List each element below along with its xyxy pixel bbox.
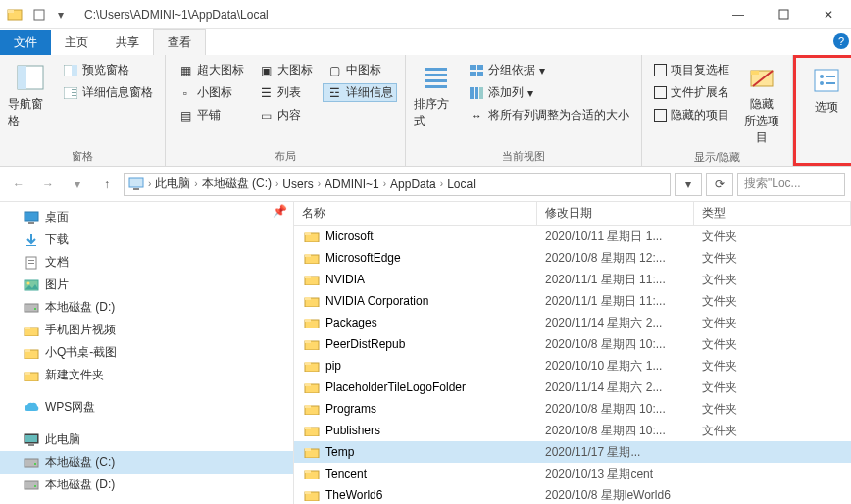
sidebar-item[interactable]: 新建文件夹 bbox=[0, 364, 293, 386]
col-type[interactable]: 类型 bbox=[694, 202, 851, 225]
col-name[interactable]: 名称 bbox=[294, 202, 537, 225]
sidebar-item[interactable]: 桌面 bbox=[0, 206, 293, 228]
maximize-button[interactable] bbox=[761, 0, 806, 29]
file-type: 文件夹 bbox=[694, 228, 851, 245]
sidebar-item[interactable]: 此电脑 bbox=[0, 428, 293, 451]
sidebar-item[interactable]: 小Q书桌-截图 bbox=[0, 341, 293, 364]
qat-properties-icon[interactable] bbox=[29, 5, 49, 25]
file-row[interactable]: pip2020/10/10 星期六 1...文件夹 bbox=[294, 355, 851, 377]
group-label-show-hide: 显示/隐藏 bbox=[650, 146, 784, 165]
sidebar-item-label: 手机图片视频 bbox=[45, 322, 116, 338]
sidebar-item[interactable]: 下载 bbox=[0, 228, 293, 251]
file-row[interactable]: Publishers2020/10/8 星期四 10:...文件夹 bbox=[294, 420, 851, 441]
file-name: Temp bbox=[325, 445, 354, 459]
size-columns-button[interactable]: ↔将所有列调整为合适的大小 bbox=[465, 106, 633, 125]
layout-list[interactable]: ☰列表 bbox=[254, 83, 317, 102]
preview-pane-button[interactable]: 预览窗格 bbox=[59, 61, 157, 79]
back-button[interactable]: ← bbox=[6, 172, 31, 197]
svg-rect-42 bbox=[34, 308, 36, 310]
file-row[interactable]: NVIDIA Corporation2020/11/1 星期日 11:...文件… bbox=[294, 290, 851, 312]
layout-large[interactable]: ▣大图标 bbox=[254, 61, 317, 79]
breadcrumb[interactable]: › 此电脑› 本地磁盘 (C:)› Users› ADMINI~1› AppDa… bbox=[124, 173, 671, 196]
sidebar-item[interactable]: 本地磁盘 (D:) bbox=[0, 296, 293, 319]
sort-button[interactable]: 排序方式 bbox=[414, 59, 459, 145]
chevron-right-icon[interactable]: › bbox=[146, 178, 153, 189]
layout-extra-large[interactable]: ▦超大图标 bbox=[174, 61, 248, 79]
layout-details[interactable]: ☲详细信息 bbox=[323, 83, 397, 102]
chevron-right-icon[interactable]: › bbox=[274, 178, 280, 189]
sidebar-item[interactable]: 手机图片视频 bbox=[0, 319, 293, 341]
svg-rect-48 bbox=[25, 372, 30, 375]
recent-dropdown[interactable]: ▾ bbox=[65, 172, 90, 197]
file-row[interactable]: Programs2020/10/8 星期四 10:...文件夹 bbox=[294, 398, 851, 420]
file-row[interactable]: Temp2020/11/17 星期... bbox=[294, 441, 851, 463]
file-row[interactable]: Packages2020/11/14 星期六 2...文件夹 bbox=[294, 312, 851, 333]
folder-icon bbox=[304, 487, 320, 503]
folder-icon bbox=[304, 466, 320, 481]
pin-icon[interactable]: 📌 bbox=[273, 204, 287, 218]
file-row[interactable]: NVIDIA2020/11/1 星期日 11:...文件夹 bbox=[294, 269, 851, 290]
tab-share[interactable]: 共享 bbox=[102, 30, 153, 55]
options-button[interactable]: 选项 bbox=[804, 62, 849, 145]
file-row[interactable]: Tencent2020/10/13 星期cent bbox=[294, 463, 851, 484]
file-row[interactable]: PeerDistRepub2020/10/8 星期四 10:...文件夹 bbox=[294, 333, 851, 355]
sidebar-item[interactable]: 文档 bbox=[0, 251, 293, 274]
chk-hidden-items[interactable]: 隐藏的项目 bbox=[650, 106, 733, 125]
file-date: 2020/11/14 星期六 2... bbox=[537, 379, 694, 396]
group-by-button[interactable]: 分组依据 ▾ bbox=[465, 61, 633, 79]
layout-content[interactable]: ▭内容 bbox=[254, 106, 317, 125]
file-row[interactable]: PlaceholderTileLogoFolder2020/11/14 星期六 … bbox=[294, 377, 851, 398]
folder-icon bbox=[304, 228, 320, 244]
qat-dropdown-icon[interactable]: ▾ bbox=[51, 5, 71, 25]
add-columns-button[interactable]: 添加列 ▾ bbox=[465, 83, 633, 102]
file-name: NVIDIA Corporation bbox=[325, 294, 428, 308]
layout-tiles[interactable]: ▤平铺 bbox=[174, 106, 248, 125]
minimize-button[interactable]: — bbox=[716, 0, 761, 29]
folder-icon bbox=[24, 323, 39, 338]
help-icon[interactable]: ? bbox=[833, 33, 849, 49]
layout-medium[interactable]: ▢中图标 bbox=[323, 61, 397, 79]
svg-rect-35 bbox=[26, 245, 36, 246]
drive-icon bbox=[24, 455, 39, 471]
file-name: Publishers bbox=[325, 424, 380, 437]
col-date[interactable]: 修改日期 bbox=[537, 202, 694, 225]
layout-small[interactable]: ▫小图标 bbox=[174, 83, 248, 102]
addr-dropdown[interactable]: ▾ bbox=[675, 173, 702, 196]
details-pane-button[interactable]: 详细信息窗格 bbox=[59, 83, 157, 102]
hide-selected-button[interactable]: 隐藏 所选项目 bbox=[739, 59, 784, 146]
chk-file-extensions[interactable]: 文件扩展名 bbox=[650, 83, 733, 102]
tab-file[interactable]: 文件 bbox=[0, 30, 51, 55]
file-type: 文件夹 bbox=[694, 315, 851, 331]
svg-rect-65 bbox=[305, 319, 311, 322]
sidebar-item[interactable]: 图片 bbox=[0, 274, 293, 296]
crumb-1: 本地磁盘 (C:)› bbox=[202, 176, 281, 192]
content-icon: ▭ bbox=[258, 108, 274, 124]
sidebar-wps[interactable]: WPS网盘 bbox=[0, 396, 293, 419]
nav-pane-button[interactable]: 导航窗格 bbox=[8, 59, 53, 145]
svg-rect-13 bbox=[426, 74, 447, 76]
up-button[interactable]: ↑ bbox=[94, 172, 120, 197]
chevron-right-icon[interactable]: › bbox=[438, 178, 445, 189]
svg-rect-37 bbox=[28, 260, 34, 261]
chevron-right-icon[interactable]: › bbox=[192, 178, 199, 189]
forward-button[interactable]: → bbox=[35, 172, 61, 197]
tab-view[interactable]: 查看 bbox=[153, 29, 206, 55]
close-button[interactable]: ✕ bbox=[806, 0, 851, 29]
group-icon bbox=[469, 63, 484, 78]
chevron-right-icon[interactable]: › bbox=[381, 178, 388, 189]
sidebar-item[interactable]: 本地磁盘 (D:) bbox=[0, 474, 293, 496]
search-input[interactable]: 搜索"Loc... bbox=[737, 173, 845, 196]
ribbon-group-show-hide: 项目复选框 文件扩展名 隐藏的项目 隐藏 所选项目 显示/隐藏 bbox=[642, 55, 793, 166]
chk-item-checkboxes[interactable]: 项目复选框 bbox=[650, 61, 733, 79]
svg-rect-31 bbox=[129, 178, 143, 187]
file-name: NVIDIA bbox=[325, 273, 365, 286]
svg-rect-55 bbox=[34, 485, 36, 487]
sidebar-item[interactable]: 本地磁盘 (C:) bbox=[0, 451, 293, 474]
file-row[interactable]: TheWorld62020/10/8 星期leWorld6 bbox=[294, 484, 851, 504]
refresh-button[interactable]: ⟳ bbox=[706, 173, 733, 196]
chevron-right-icon[interactable]: › bbox=[316, 178, 323, 189]
file-row[interactable]: Microsoft2020/10/11 星期日 1...文件夹 bbox=[294, 226, 851, 247]
file-row[interactable]: MicrosoftEdge2020/10/8 星期四 12:...文件夹 bbox=[294, 247, 851, 269]
tab-home[interactable]: 主页 bbox=[51, 30, 102, 55]
svg-rect-73 bbox=[305, 405, 311, 408]
